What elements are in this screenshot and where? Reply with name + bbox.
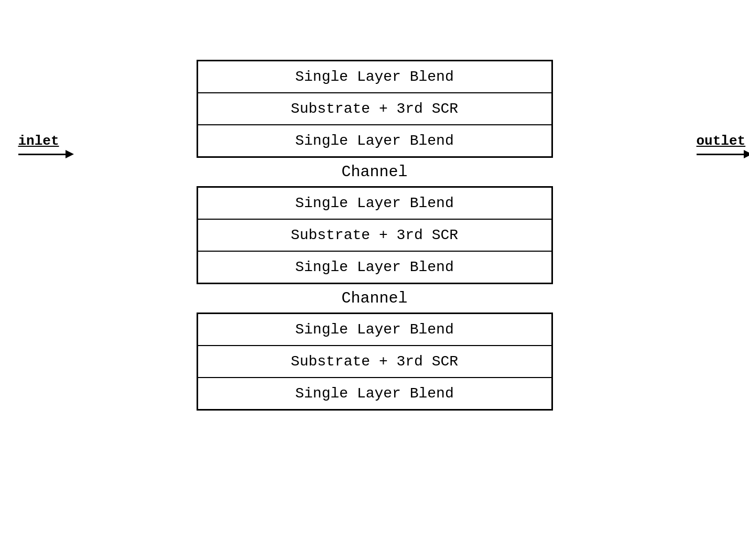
layer-1-3: Single Layer Blend (198, 125, 551, 156)
layer-3-3: Single Layer Blend (198, 378, 551, 409)
layer-2-2: Substrate + 3rd SCR (198, 220, 551, 252)
stacks-wrapper: Single Layer Blend Substrate + 3rd SCR S… (197, 60, 553, 411)
stack-2: Single Layer Blend Substrate + 3rd SCR S… (197, 186, 553, 284)
channel-1-label: Channel (197, 158, 553, 186)
main-layout: inlet outlet Single Layer Blend Substrat… (113, 44, 637, 516)
stack-1: Single Layer Blend Substrate + 3rd SCR S… (197, 60, 553, 158)
layer-2-1: Single Layer Blend (198, 188, 551, 220)
inlet-label: inlet (18, 133, 59, 149)
outlet-arrow-head (744, 150, 750, 158)
layer-1-2: Substrate + 3rd SCR (198, 93, 551, 125)
layer-2-3: Single Layer Blend (198, 252, 551, 283)
inlet-arrow-head (66, 150, 74, 158)
outlet-arrow-line (697, 154, 744, 155)
inlet-arrow: inlet (18, 133, 74, 158)
layer-3-2: Substrate + 3rd SCR (198, 346, 551, 378)
inlet-arrow-right (18, 150, 74, 158)
outlet-arrow-right (697, 150, 750, 158)
inlet-arrow-line (18, 154, 66, 155)
channel-2-label: Channel (197, 284, 553, 313)
outlet-arrow: outlet (697, 133, 750, 158)
layer-3-1: Single Layer Blend (198, 314, 551, 346)
diagram-container: inlet outlet Single Layer Blend Substrat… (0, 0, 749, 560)
layer-1-1: Single Layer Blend (198, 61, 551, 93)
stack-3: Single Layer Blend Substrate + 3rd SCR S… (197, 313, 553, 411)
outlet-label: outlet (697, 133, 746, 149)
